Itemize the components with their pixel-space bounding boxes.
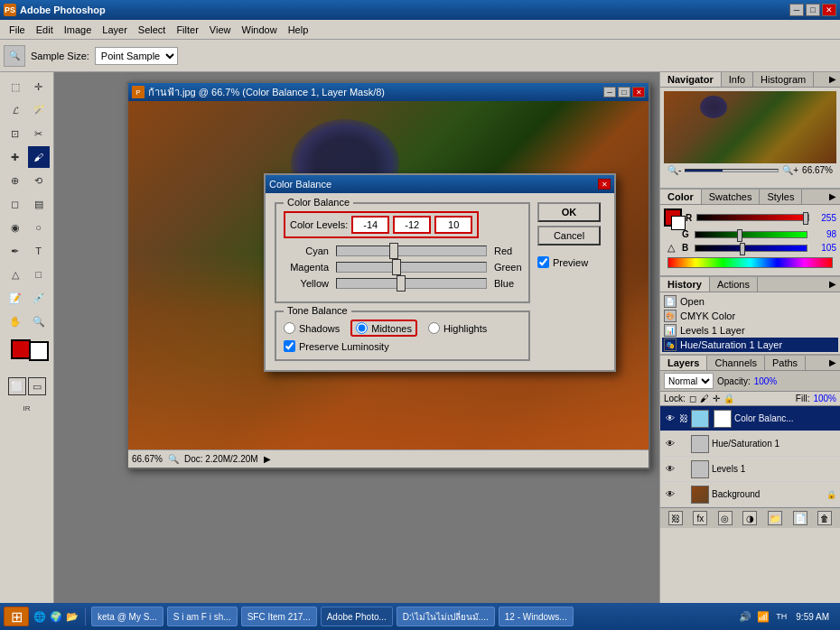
notes-tool[interactable]: 📝	[5, 287, 26, 309]
fg-color-swatch[interactable]	[664, 208, 682, 227]
menu-layer[interactable]: Layer	[97, 23, 133, 37]
yellow-blue-slider-track[interactable]	[336, 278, 487, 289]
history-item-cmyk[interactable]: 🎨 CMYK Color	[662, 309, 838, 323]
layer-visibility-eye-hue[interactable]: 👁	[664, 438, 677, 450]
tray-network-icon[interactable]: 📶	[756, 609, 770, 624]
shape-tool[interactable]: □	[28, 264, 50, 285]
menu-select[interactable]: Select	[133, 23, 172, 37]
g-slider-thumb[interactable]	[737, 229, 742, 242]
pen-tool[interactable]: ✒	[5, 240, 26, 262]
r-slider-thumb[interactable]	[803, 212, 808, 225]
doc-title-bar[interactable]: P ก้านฟ้า.jpg @ 66.7% (Color Balance 1, …	[128, 83, 649, 101]
nav-zoom-in-icon[interactable]: 🔍+	[782, 165, 798, 175]
layer-style-btn[interactable]: fx	[693, 511, 707, 525]
imageready-btn[interactable]: IR	[18, 399, 36, 417]
fill-value[interactable]: 100%	[813, 394, 836, 403]
tab-history[interactable]: History	[660, 277, 710, 292]
maximize-button[interactable]: □	[806, 4, 820, 16]
doc-minimize-btn[interactable]: ─	[603, 87, 616, 97]
history-brush-tool[interactable]: ⟲	[28, 170, 50, 191]
preview-checkbox-label[interactable]: Preview	[537, 256, 605, 268]
nav-zoom-out-icon[interactable]: 🔍-	[667, 165, 681, 175]
tray-lang-icon[interactable]: TH	[774, 609, 789, 624]
preview-checkbox[interactable]	[537, 256, 549, 268]
doc-maximize-btn[interactable]: □	[618, 87, 630, 97]
taskbar-icon-folder[interactable]: 📂	[65, 609, 79, 624]
hand-tool[interactable]: ✋	[5, 310, 26, 332]
spectrum-bar[interactable]	[667, 257, 833, 268]
b-slider-thumb[interactable]	[740, 243, 745, 255]
color-panel-expand[interactable]: ▶	[826, 190, 840, 204]
background-color[interactable]	[29, 341, 49, 361]
start-button[interactable]: ⊞	[4, 607, 29, 626]
cyan-red-slider-thumb[interactable]	[389, 243, 398, 259]
lock-all-icon[interactable]: 🔒	[723, 394, 734, 403]
doc-nav-arrow[interactable]: ▶	[264, 454, 271, 464]
tab-layers[interactable]: Layers	[660, 356, 707, 370]
zoom-tool[interactable]: 🔍	[28, 310, 50, 332]
slice-tool[interactable]: ✂	[28, 123, 50, 144]
marquee-tool[interactable]: ⬚	[5, 76, 26, 97]
history-panel-expand[interactable]: ▶	[826, 277, 840, 292]
taskbar-item-sfc[interactable]: SFC Item 217...	[241, 607, 317, 626]
tab-info[interactable]: Info	[722, 72, 753, 87]
tab-actions[interactable]: Actions	[710, 277, 758, 292]
layer-chain-icon[interactable]: ⛓	[679, 412, 688, 425]
menu-view[interactable]: View	[204, 23, 237, 37]
history-item-levels[interactable]: 📊 Levels 1 Layer	[662, 323, 838, 338]
tray-volume-icon[interactable]: 🔊	[738, 609, 752, 624]
layer-visibility-eye[interactable]: 👁	[664, 412, 677, 425]
layer-item-hue-saturation[interactable]: 👁 Hue/Saturation 1	[660, 431, 840, 457]
tab-swatches[interactable]: Swatches	[702, 190, 761, 204]
shadows-radio[interactable]	[284, 322, 295, 334]
lock-transparent-icon[interactable]: ◻	[689, 394, 696, 403]
sample-size-select[interactable]: Point Sample	[95, 47, 178, 65]
history-item-hue[interactable]: 🎭 Hue/Saturation 1 Layer	[662, 338, 838, 352]
taskbar-item-folder[interactable]: D:\ไม่ในไม่เปลี่ยนมั....	[397, 607, 495, 626]
bg-color-swatch[interactable]	[671, 216, 686, 230]
layer-item-levels[interactable]: 👁 Levels 1	[660, 457, 840, 482]
layer-visibility-eye-bg[interactable]: 👁	[664, 488, 677, 501]
nav-zoom-slider[interactable]	[685, 169, 779, 172]
r-slider-track[interactable]	[696, 214, 809, 221]
color-level-2-input[interactable]	[393, 216, 431, 234]
doc-close-btn[interactable]: ✕	[632, 87, 645, 97]
ok-button[interactable]: OK	[537, 202, 601, 222]
text-tool[interactable]: T	[28, 240, 50, 262]
tab-navigator[interactable]: Navigator	[660, 72, 722, 87]
g-slider-track[interactable]	[695, 231, 807, 238]
layer-item-color-balance[interactable]: 👁 ⛓ Color Balanc...	[660, 406, 840, 431]
color-level-1-input[interactable]	[351, 216, 389, 234]
new-group-btn[interactable]: 📁	[768, 511, 782, 525]
layer-chain-icon-bg[interactable]	[679, 488, 688, 501]
cancel-button[interactable]: Cancel	[537, 226, 601, 246]
blur-tool[interactable]: ◉	[5, 217, 26, 238]
layer-chain-icon-hue[interactable]	[679, 438, 688, 450]
highlights-radio-group[interactable]: Highlights	[428, 322, 487, 334]
eyedropper-tool[interactable]: 💉	[28, 287, 50, 309]
link-layers-btn[interactable]: ⛓	[668, 511, 683, 525]
lock-image-icon[interactable]: 🖌	[700, 394, 709, 403]
cb-title-bar[interactable]: Color Balance ✕	[266, 175, 614, 193]
eraser-tool[interactable]: ◻	[5, 193, 26, 215]
layers-panel-expand[interactable]: ▶	[826, 356, 840, 370]
history-item-open[interactable]: 📄 Open	[662, 294, 838, 309]
menu-image[interactable]: Image	[59, 23, 98, 37]
minimize-button[interactable]: ─	[789, 4, 804, 16]
yellow-blue-slider-thumb[interactable]	[397, 275, 406, 292]
new-adjustment-btn[interactable]: ◑	[742, 511, 757, 525]
path-tool[interactable]: △	[5, 264, 26, 285]
lasso-tool[interactable]: 𝓛	[5, 99, 26, 121]
clone-tool[interactable]: ⊕	[5, 170, 26, 191]
lock-position-icon[interactable]: ✛	[713, 394, 720, 403]
magic-wand-tool[interactable]: 🪄	[28, 99, 50, 121]
b-slider-track[interactable]	[695, 245, 807, 252]
cb-close-button[interactable]: ✕	[598, 179, 611, 190]
cyan-red-slider-track[interactable]	[336, 246, 487, 256]
tab-styles[interactable]: Styles	[760, 190, 802, 204]
delete-layer-btn[interactable]: 🗑	[817, 511, 832, 525]
layer-visibility-eye-levels[interactable]: 👁	[664, 463, 677, 476]
new-layer-btn[interactable]: 📄	[793, 511, 807, 525]
midtones-radio[interactable]	[356, 322, 368, 334]
screen-mode-btn[interactable]: ▭	[28, 377, 46, 395]
